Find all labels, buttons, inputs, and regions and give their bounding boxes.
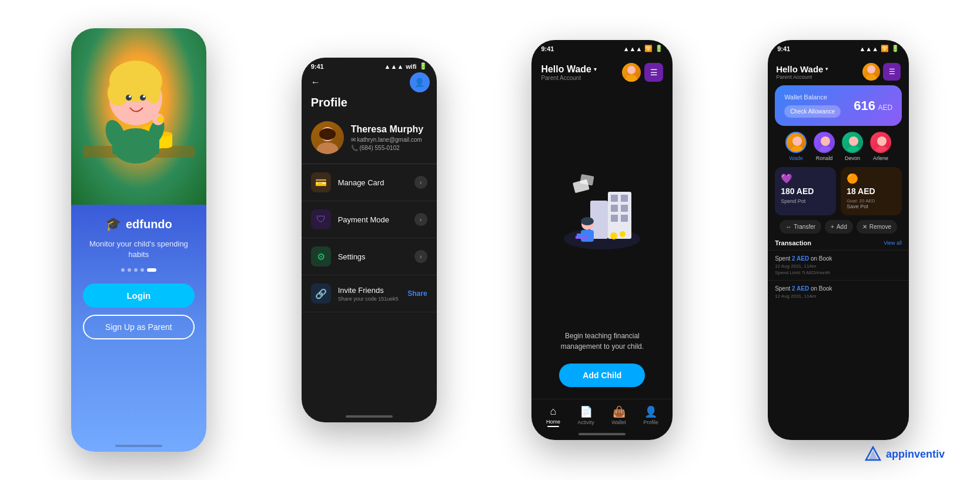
profile-email: ✉ kathryn.lane@gmail.com bbox=[351, 136, 424, 143]
edfundo-icon: 🎓 bbox=[105, 216, 121, 232]
view-all-button[interactable]: View all bbox=[884, 240, 902, 246]
child-avatar-arlene bbox=[870, 132, 891, 153]
transaction-2-text: Spent 2 AED on Book bbox=[775, 285, 902, 292]
person-add-icon: 👤 bbox=[414, 78, 424, 87]
save-pot-label: Save Pot bbox=[847, 204, 896, 209]
dot-2 bbox=[128, 268, 131, 272]
activity-icon: 📄 bbox=[580, 405, 593, 418]
nav-activity[interactable]: 📄 Activity bbox=[577, 405, 594, 427]
p4-header-avatars: ☰ bbox=[862, 63, 901, 81]
nav-home-label: Home bbox=[546, 419, 560, 425]
nav-active-indicator bbox=[547, 426, 559, 427]
child-name-arlene: Arlene bbox=[873, 155, 888, 161]
menu-item-manage-card[interactable]: 💳 Manage Card › bbox=[302, 164, 437, 201]
svg-point-25 bbox=[626, 75, 637, 82]
home-indicator bbox=[115, 445, 162, 447]
action-buttons-row: ↔ Transfer + Add ✕ Remove bbox=[768, 220, 909, 238]
p3-avatars: ☰ bbox=[622, 63, 663, 82]
svg-point-9 bbox=[108, 80, 129, 106]
nav-activity-label: Activity bbox=[577, 419, 594, 425]
svg-point-20 bbox=[158, 116, 163, 122]
home-bar bbox=[346, 415, 393, 418]
dot-5-active bbox=[147, 268, 156, 272]
menu-item-invite-friends[interactable]: 🔗 Invite Friends Share your code 151uek5… bbox=[302, 275, 437, 312]
signup-parent-button[interactable]: Sign Up as Parent bbox=[83, 315, 195, 339]
svg-point-47 bbox=[791, 146, 804, 153]
spend-pot-label: Spend Pot bbox=[781, 198, 830, 204]
phone-4-dashboard: 9:41 ▲▲▲ 🛜 🔋 Hello Wade ▾ Parent Account… bbox=[768, 40, 909, 440]
add-child-button[interactable]: Add Child bbox=[559, 364, 645, 387]
balance-currency: AED bbox=[878, 104, 892, 112]
pagination-dots bbox=[121, 268, 156, 272]
children-selector: Wade Ronald Devon bbox=[768, 132, 909, 167]
svg-point-48 bbox=[821, 136, 830, 146]
p4-greeting-block: Hello Wade ▾ Parent Account bbox=[776, 64, 828, 80]
tagline-text: Monitor your child's spending habits bbox=[83, 239, 195, 260]
p4-user-avatar bbox=[862, 63, 880, 81]
save-pot-icon: 🟠 bbox=[847, 173, 896, 184]
p4-greeting: Hello Wade bbox=[776, 64, 823, 74]
svg-point-10 bbox=[146, 82, 160, 104]
svg-point-52 bbox=[877, 136, 887, 146]
status-icons: ▲▲▲ wifi 🔋 bbox=[384, 62, 427, 70]
svg-rect-29 bbox=[621, 195, 628, 202]
add-icon: + bbox=[831, 224, 834, 230]
p4-dropdown-icon: ▾ bbox=[825, 66, 828, 72]
p3-wifi-icon: 🛜 bbox=[644, 45, 653, 52]
spend-pot-card: 💜 180 AED Spend Pot bbox=[775, 167, 836, 215]
svg-point-14 bbox=[143, 95, 145, 98]
p3-signal-icon: ▲▲▲ bbox=[623, 45, 643, 52]
menu-item-payment-mode[interactable]: 🛡 Payment Mode › bbox=[302, 201, 437, 238]
svg-point-45 bbox=[866, 74, 877, 81]
svg-point-49 bbox=[819, 146, 832, 153]
p3-greeting: Hello Wade bbox=[541, 64, 591, 75]
card-icon: 💳 bbox=[311, 172, 331, 192]
child-devon[interactable]: Devon bbox=[842, 132, 863, 161]
p3-status-icons: ▲▲▲ 🛜 🔋 bbox=[623, 45, 664, 52]
transaction-1-limit: Spend Limit: 5 AED/month bbox=[775, 270, 902, 275]
wallet-balance-card: Wallet Balance Check Allowance 616 AED bbox=[775, 85, 902, 126]
p4-signal-icon: ▲▲▲ bbox=[859, 45, 878, 52]
chevron-right-icon: › bbox=[414, 176, 427, 189]
p4-account-label: Parent Account bbox=[776, 74, 828, 80]
p4-status-bar: 9:41 ▲▲▲ 🛜 🔋 bbox=[768, 40, 909, 55]
nav-home[interactable]: ⌂ Home bbox=[546, 405, 560, 427]
login-button[interactable]: Login bbox=[83, 284, 195, 308]
transfer-button[interactable]: ↔ Transfer bbox=[780, 220, 821, 234]
transaction-2-date: 12 Aug 2021, 11Am bbox=[775, 294, 902, 299]
manage-card-label: Manage Card bbox=[338, 178, 414, 187]
menu-item-settings[interactable]: ⚙ Settings › bbox=[302, 238, 437, 275]
back-button[interactable]: ← bbox=[302, 74, 330, 91]
svg-point-51 bbox=[847, 146, 860, 153]
profile-title: Profile bbox=[302, 92, 437, 115]
p3-menu-icon[interactable]: ☰ bbox=[644, 63, 663, 82]
p4-wifi-icon: 🛜 bbox=[881, 45, 889, 52]
add-button[interactable]: + Add bbox=[825, 220, 853, 234]
remove-button[interactable]: ✕ Remove bbox=[857, 220, 897, 234]
phone-3-add-child: 9:41 ▲▲▲ 🛜 🔋 Hello Wade ▾ Parent Account… bbox=[531, 40, 673, 440]
transaction-title: Transaction bbox=[775, 239, 811, 246]
child-arlene[interactable]: Arlene bbox=[870, 132, 891, 161]
check-allowance-button[interactable]: Check Allowance bbox=[784, 105, 841, 118]
child-name-ronald: Ronald bbox=[816, 155, 833, 161]
profile-nav-row: ← 👤 bbox=[302, 72, 437, 92]
add-user-button[interactable]: 👤 bbox=[410, 72, 430, 92]
child-name-wade: Wade bbox=[790, 155, 803, 161]
child-wade[interactable]: Wade bbox=[785, 132, 807, 161]
onboarding-bottom: 🎓 edfundo Monitor your child's spending … bbox=[71, 205, 206, 452]
nav-wallet[interactable]: 👜 Wallet bbox=[611, 405, 626, 427]
svg-rect-28 bbox=[611, 195, 618, 202]
home-bar-3 bbox=[578, 433, 626, 435]
p4-battery-icon: 🔋 bbox=[891, 45, 899, 52]
p4-status-time: 9:41 bbox=[777, 45, 790, 52]
p4-menu-icon[interactable]: ☰ bbox=[883, 63, 901, 81]
wallet-label: Wallet Balance bbox=[784, 94, 841, 101]
dot-1 bbox=[121, 268, 125, 272]
nav-profile[interactable]: 👤 Profile bbox=[643, 405, 658, 427]
balance-amount: 616 bbox=[854, 98, 875, 113]
child-ronald[interactable]: Ronald bbox=[814, 132, 835, 161]
appinventiv-name: appinventiv bbox=[886, 448, 945, 461]
settings-icon: ⚙ bbox=[311, 246, 331, 266]
profile-info: Theresa Murphy ✉ kathryn.lane@gmail.com … bbox=[302, 115, 437, 164]
share-button[interactable]: Share bbox=[407, 289, 427, 298]
